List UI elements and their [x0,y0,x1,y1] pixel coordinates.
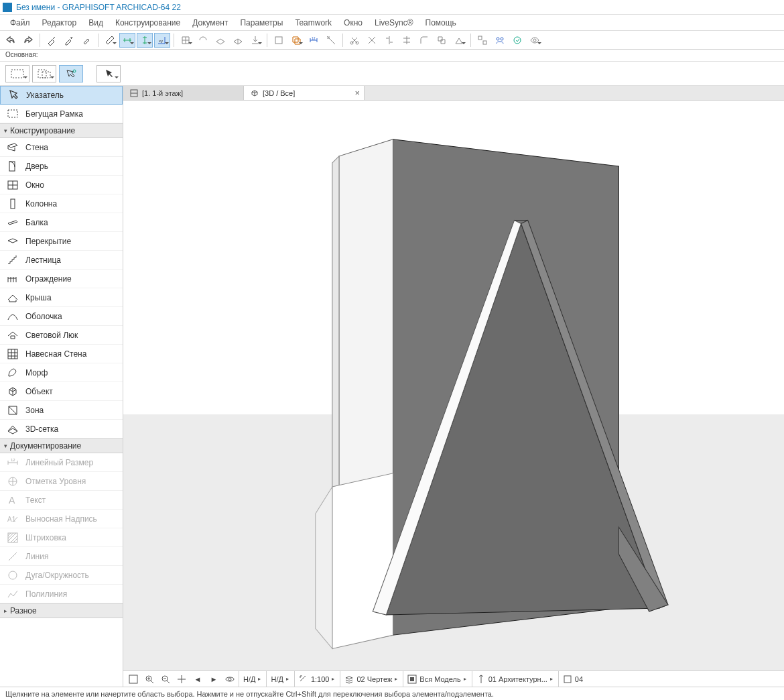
guide-xy-button[interactable]: xy [154,33,170,48]
tool-штриховка[interactable]: Штриховка [0,528,123,547]
arrow-mode[interactable] [96,65,121,82]
3d-viewport[interactable] [123,101,784,670]
menu-livesync®[interactable]: LiveSync® [369,16,419,30]
pen-set-slot[interactable]: 01 Архитектурн...▸ [472,671,557,687]
tab--3d-все-[interactable]: [3D / Все]× [244,86,365,100]
tool-отметка-уровня[interactable]: Отметка Уровня [0,472,123,491]
tool-стена[interactable]: Стена [0,138,123,157]
syringe-button[interactable] [78,33,94,48]
tool-оболочка[interactable]: Оболочка [0,307,123,326]
close-icon[interactable]: × [354,88,360,98]
tool-icon [7,386,19,398]
suspend-button[interactable] [271,33,287,48]
menu-конструирование[interactable]: Конструирование [109,16,186,30]
view-options-bar: ◄ ► Н/Д▸ Н/Д▸ 1:100▸ 02 Чертеж▸ Вся Моде… [123,670,784,687]
menu-документ[interactable]: Документ [186,16,234,30]
show-button[interactable] [527,33,543,48]
guide-v-button[interactable] [137,33,153,48]
layer-combo-slot[interactable]: 02 Чертеж▸ [340,671,401,687]
trace-button[interactable] [288,33,304,48]
ruler-button[interactable] [102,33,118,48]
marquee-mode-1[interactable] [5,65,29,82]
tool-полилиния[interactable]: Полилиния [0,585,123,603]
tool-зона[interactable]: Зона [0,401,123,420]
group-button[interactable] [474,33,491,48]
svg-rect-37 [129,675,137,683]
svg-point-41 [228,678,231,681]
resize-button[interactable] [434,33,450,48]
marquee-mode-2[interactable] [32,65,56,82]
tool-текст[interactable]: AТекст [0,491,123,510]
svg-rect-15 [8,110,17,117]
scale-slot[interactable]: 1:100▸ [294,671,339,687]
menu-помощь[interactable]: Помощь [419,16,462,30]
tool-световой-люк[interactable]: Световой Люк [0,326,123,345]
prev-zoom-button[interactable]: ◄ [190,673,205,686]
open-view-button[interactable] [451,33,467,48]
tool-label: Дуга/Окружность [25,571,89,580]
tool-icon [7,475,19,487]
eyedropper-button[interactable] [61,33,77,48]
fillet-button[interactable] [416,33,432,48]
tool-навесная-стена[interactable]: Навесная Стена [0,345,123,363]
partial-display-slot[interactable]: Вся Модель▸ [403,671,470,687]
menu-вид[interactable]: Вид [82,16,109,30]
svg-rect-12 [38,70,46,78]
tool-линия[interactable]: Линия [0,547,123,566]
menu-окно[interactable]: Окно [338,16,369,30]
measure-button[interactable] [323,33,339,48]
tab--1-1-й-этаж-[interactable]: [1. 1-й этаж] [123,86,244,100]
pick-button[interactable] [44,33,60,48]
teamwork-button[interactable] [492,33,508,48]
menu-teamwork[interactable]: Teamwork [289,16,338,30]
tool-3d-сетка[interactable]: 3D-сетка [0,420,123,439]
quick-select-mode[interactable] [59,65,83,82]
menu-параметры[interactable]: Параметры [234,16,289,30]
next-zoom-button[interactable]: ► [206,673,221,686]
tool-колонна[interactable]: Колонна [0,194,123,213]
tool-окно[interactable]: Окно [0,176,123,194]
pan-button[interactable] [174,673,189,686]
gravity-button[interactable] [247,33,263,48]
tool-лестница[interactable]: Лестница [0,251,123,270]
cut-button[interactable] [346,33,363,48]
intersect-button[interactable] [399,33,415,48]
orientation-slot[interactable]: Н/Д▸ [239,671,265,687]
group-разное[interactable]: Разное [0,603,123,618]
zoom-in-button[interactable] [142,673,157,686]
split-button[interactable] [381,33,397,48]
group-документирование[interactable]: Документирование [0,439,123,453]
tool-дуга-окружность[interactable]: Дуга/Окружность [0,566,123,585]
snap-button[interactable] [195,33,211,48]
guide-h-button[interactable] [119,33,135,48]
zoom-extents-button[interactable] [126,673,141,686]
tool-линейный-размер[interactable]: 12Линейный Размер [0,453,123,472]
orbit-button[interactable] [222,673,237,686]
projection-slot[interactable]: Н/Д▸ [266,671,292,687]
group-конструирование[interactable]: Конструирование [0,123,123,138]
menu-редактор[interactable]: Редактор [36,16,83,30]
undo-button[interactable] [3,33,19,48]
plane-button[interactable] [212,33,228,48]
menu-файл[interactable]: Файл [4,16,36,30]
redo-button[interactable] [20,33,36,48]
adjust-button[interactable] [364,33,380,48]
tool-объект[interactable]: Объект [0,382,123,401]
tool-дверь[interactable]: Дверь [0,157,123,176]
tool-icon [7,235,19,247]
tool-ограждение[interactable]: Ограждение [0,270,123,288]
dimension-button[interactable]: 12 [306,33,322,48]
tool-крыша[interactable]: Крыша [0,288,123,307]
tool-морф[interactable]: Морф [0,363,123,382]
tool-выносная-надпись[interactable]: A1Выносная Надпись [0,510,123,528]
tool-балка[interactable]: Балка [0,213,123,232]
tool-label: Отметка Уровня [25,477,86,486]
edit-plane-button[interactable] [230,33,246,48]
renovation-slot[interactable]: 04 [558,671,587,687]
reserve-button[interactable] [509,33,525,48]
tool-перекрытие[interactable]: Перекрытие [0,232,123,251]
tool-указатель[interactable]: Указатель [0,86,123,105]
grid-button[interactable] [178,33,194,48]
zoom-out-button[interactable] [158,673,173,686]
tool-бегущая-рамка[interactable]: Бегущая Рамка [0,105,123,123]
